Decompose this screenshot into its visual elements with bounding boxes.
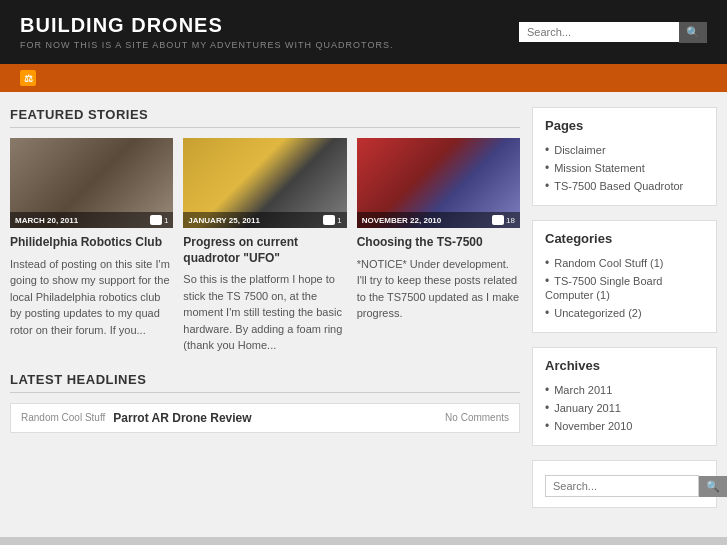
sidebar-archives-list: March 2011 January 2011 November 2010 xyxy=(545,381,704,435)
list-item: Uncategorized (2) xyxy=(545,304,704,322)
archive-link-nov2010[interactable]: November 2010 xyxy=(554,420,632,432)
list-item: TS-7500 Based Quadrotor xyxy=(545,177,704,195)
featured-title-2[interactable]: Progress on current quadrotor "UFO" xyxy=(183,235,346,266)
category-link-uncategorized[interactable]: Uncategorized (2) xyxy=(554,307,641,319)
thumb-comments-3: 18 xyxy=(492,215,515,225)
featured-section-title: FEATURED STORIES xyxy=(10,107,520,128)
headline-title[interactable]: Parrot AR Drone Review xyxy=(113,411,437,425)
site-header: BUILDING DRONES FOR NOW THIS IS A SITE A… xyxy=(0,0,727,64)
featured-item: NOVEMBER 22, 2010 18 Choosing the TS-750… xyxy=(357,138,520,354)
archive-link-mar2011[interactable]: March 2011 xyxy=(554,384,612,396)
featured-excerpt-2: So this is the platform I hope to stick … xyxy=(183,271,346,354)
sidebar-search-form: 🔍 xyxy=(545,475,704,497)
header-search-input[interactable] xyxy=(519,22,679,42)
sidebar-categories-list: Random Cool Stuff (1) TS-7500 Single Boa… xyxy=(545,254,704,322)
thumb-date-1: MARCH 20, 2011 xyxy=(15,216,78,225)
sidebar-pages-title: Pages xyxy=(545,118,704,133)
divider-bar xyxy=(0,537,727,545)
featured-title-1[interactable]: Philidelphia Robotics Club xyxy=(10,235,173,251)
featured-thumb-1[interactable]: MARCH 20, 2011 1 xyxy=(10,138,173,228)
featured-excerpt-1: Instead of posting on this site I'm goin… xyxy=(10,256,173,339)
thumb-overlay-2: JANUARY 25, 2011 1 xyxy=(183,212,346,228)
thumb-overlay-1: MARCH 20, 2011 1 xyxy=(10,212,173,228)
category-link-random[interactable]: Random Cool Stuff (1) xyxy=(554,257,663,269)
sidebar-pages-list: Disclaimer Mission Statement TS-7500 Bas… xyxy=(545,141,704,195)
thumb-overlay-3: NOVEMBER 22, 2010 18 xyxy=(357,212,520,228)
orange-bar: ⚖ xyxy=(0,64,727,92)
pages-link-ts7500[interactable]: TS-7500 Based Quadrotor xyxy=(554,180,683,192)
headline-category: Random Cool Stuff xyxy=(21,412,105,423)
thumb-date-3: NOVEMBER 22, 2010 xyxy=(362,216,442,225)
list-item: November 2010 xyxy=(545,417,704,435)
latest-section-title: LATEST HEADLINES xyxy=(10,372,520,393)
pages-link-disclaimer[interactable]: Disclaimer xyxy=(554,144,605,156)
headline-item: Random Cool Stuff Parrot AR Drone Review… xyxy=(10,403,520,433)
main-wrap: FEATURED STORIES MARCH 20, 2011 1 Phili xyxy=(0,92,727,537)
featured-thumb-2[interactable]: JANUARY 25, 2011 1 xyxy=(183,138,346,228)
featured-item: JANUARY 25, 2011 1 Progress on current q… xyxy=(183,138,346,354)
sidebar: Pages Disclaimer Mission Statement TS-75… xyxy=(532,107,717,522)
site-tagline: FOR NOW THIS IS A SITE ABOUT MY ADVENTUR… xyxy=(20,40,393,50)
featured-title-3[interactable]: Choosing the TS-7500 xyxy=(357,235,520,251)
featured-thumb-3[interactable]: NOVEMBER 22, 2010 18 xyxy=(357,138,520,228)
main-content: FEATURED STORIES MARCH 20, 2011 1 Phili xyxy=(10,107,520,522)
list-item: Random Cool Stuff (1) xyxy=(545,254,704,272)
thumb-comments-1: 1 xyxy=(150,215,168,225)
list-item: Disclaimer xyxy=(545,141,704,159)
thumb-date-2: JANUARY 25, 2011 xyxy=(188,216,260,225)
comment-bubble-icon xyxy=(323,215,335,225)
content-area: FEATURED STORIES MARCH 20, 2011 1 Phili xyxy=(0,92,727,537)
comment-bubble-icon xyxy=(150,215,162,225)
site-branding: BUILDING DRONES FOR NOW THIS IS A SITE A… xyxy=(20,14,393,50)
sidebar-search-box: 🔍 xyxy=(532,460,717,508)
sidebar-archives-title: Archives xyxy=(545,358,704,373)
site-title: BUILDING DRONES xyxy=(20,14,393,37)
category-link-ts7500[interactable]: TS-7500 Single Board Computer (1) xyxy=(545,275,662,301)
sidebar-categories-title: Categories xyxy=(545,231,704,246)
headline-comments: No Comments xyxy=(445,412,509,423)
sidebar-search-input[interactable] xyxy=(545,475,699,497)
featured-item: MARCH 20, 2011 1 Philidelphia Robotics C… xyxy=(10,138,173,354)
list-item: TS-7500 Single Board Computer (1) xyxy=(545,272,704,304)
header-search-form: 🔍 xyxy=(519,22,707,43)
list-item: January 2011 xyxy=(545,399,704,417)
sidebar-archives-box: Archives March 2011 January 2011 Novembe… xyxy=(532,347,717,446)
sidebar-pages-box: Pages Disclaimer Mission Statement TS-75… xyxy=(532,107,717,206)
list-item: March 2011 xyxy=(545,381,704,399)
list-item: Mission Statement xyxy=(545,159,704,177)
comment-bubble-icon xyxy=(492,215,504,225)
sidebar-search-button[interactable]: 🔍 xyxy=(699,476,727,497)
featured-grid: MARCH 20, 2011 1 Philidelphia Robotics C… xyxy=(10,138,520,354)
pages-link-mission[interactable]: Mission Statement xyxy=(554,162,644,174)
header-search-button[interactable]: 🔍 xyxy=(679,22,707,43)
featured-excerpt-3: *NOTICE* Under development. I'll try to … xyxy=(357,256,520,322)
archive-link-jan2011[interactable]: January 2011 xyxy=(554,402,621,414)
thumb-comments-2: 1 xyxy=(323,215,341,225)
latest-headlines-section: LATEST HEADLINES Random Cool Stuff Parro… xyxy=(10,372,520,433)
sidebar-categories-box: Categories Random Cool Stuff (1) TS-7500… xyxy=(532,220,717,333)
rss-icon[interactable]: ⚖ xyxy=(20,70,36,86)
